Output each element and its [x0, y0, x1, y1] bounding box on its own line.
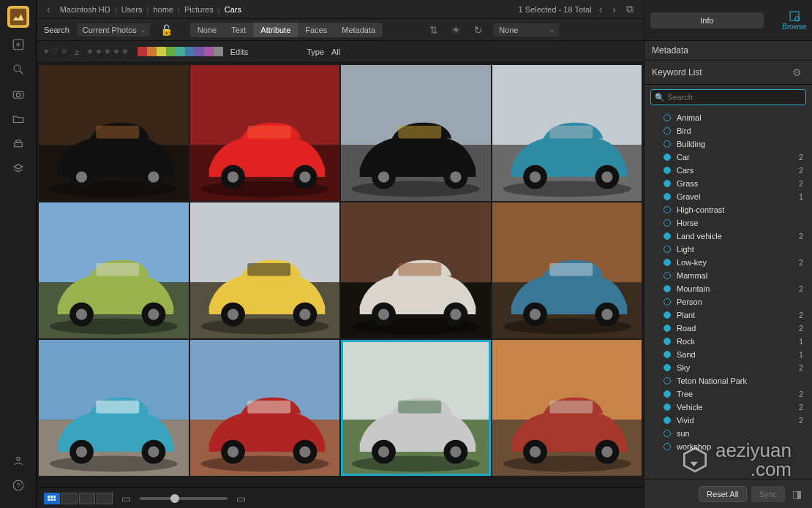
thumbnail[interactable] — [492, 65, 642, 201]
rating-gte-icon[interactable]: ≥ — [75, 48, 79, 56]
help-icon[interactable]: ? — [10, 477, 26, 493]
zoom-out-icon[interactable]: ▭ — [119, 491, 134, 506]
color-swatch[interactable] — [176, 47, 185, 56]
compare-view-button[interactable] — [97, 493, 113, 504]
grid-view-button[interactable] — [44, 493, 60, 504]
keyword-item[interactable]: Mammal — [661, 269, 806, 282]
keyword-item[interactable]: Sand1 — [661, 348, 806, 361]
keyword-item[interactable]: workshop — [661, 440, 806, 453]
metadata-section[interactable]: Metadata — [644, 41, 812, 61]
keyword-dot-icon — [663, 140, 671, 148]
keyword-item[interactable]: Grass2 — [661, 177, 806, 190]
add-icon[interactable] — [10, 37, 26, 53]
breadcrumb-item[interactable]: Users — [119, 5, 145, 14]
sync-button[interactable]: Sync — [751, 486, 785, 502]
next-icon[interactable]: › — [609, 2, 619, 17]
keyword-item[interactable]: Vivid2 — [661, 414, 806, 427]
keyword-item[interactable]: Low-key2 — [661, 256, 806, 269]
keyword-item[interactable]: Gravel1 — [661, 190, 806, 203]
keyword-item[interactable]: Sky2 — [661, 361, 806, 374]
keyword-item[interactable]: Horse — [661, 216, 806, 230]
color-swatch[interactable] — [147, 47, 157, 56]
search-icon[interactable] — [10, 61, 26, 77]
edits-dropdown[interactable]: Edits — [230, 48, 248, 56]
keyword-item[interactable]: Mountain2 — [661, 282, 806, 295]
keyword-item[interactable]: Plant2 — [661, 308, 806, 322]
user-icon[interactable] — [10, 452, 26, 469]
folder-icon[interactable] — [10, 111, 26, 127]
keyword-item[interactable]: Person — [661, 295, 806, 308]
breadcrumb-item[interactable]: Pictures — [182, 5, 216, 14]
keyword-item[interactable]: Road2 — [661, 322, 806, 335]
sort-icon[interactable]: ⇅ — [426, 23, 441, 37]
keyword-item[interactable]: Tree2 — [661, 387, 806, 401]
keyword-item[interactable]: Teton National Park — [661, 374, 806, 387]
filter-tab-metadata[interactable]: Metadata — [334, 23, 383, 37]
color-swatch[interactable] — [138, 47, 147, 56]
color-labels[interactable] — [138, 47, 223, 56]
color-swatch[interactable] — [195, 47, 204, 56]
stack-icon[interactable] — [10, 161, 26, 177]
filter-tab-none[interactable]: None — [190, 23, 224, 37]
type-dropdown[interactable]: All — [331, 48, 340, 56]
star-rating[interactable]: ★★★★★ — [86, 47, 130, 56]
refresh-icon[interactable]: ↻ — [471, 23, 486, 37]
filmstrip-view-button[interactable] — [61, 493, 78, 504]
keyword-item[interactable]: Land vehicle2 — [661, 230, 806, 243]
keyword-section-header[interactable]: Keyword List ⚙ — [644, 61, 812, 85]
filter-tab-faces[interactable]: Faces — [298, 23, 334, 37]
print-icon[interactable] — [10, 136, 26, 152]
reset-all-button[interactable]: Reset All — [699, 486, 746, 502]
thumbnail[interactable] — [190, 65, 340, 201]
keyword-item[interactable]: Vehicle2 — [661, 401, 806, 414]
single-view-button[interactable] — [79, 493, 95, 504]
keyword-item[interactable]: High-contrast — [661, 203, 806, 216]
keyword-search-input[interactable] — [650, 89, 806, 105]
keyword-item[interactable]: Rock1 — [661, 335, 806, 348]
zoom-in-icon[interactable]: ▭ — [233, 491, 249, 506]
search-scope-dropdown[interactable]: Current Photos — [77, 23, 150, 37]
thumbnail[interactable] — [190, 202, 340, 338]
info-tab[interactable]: Info — [650, 12, 764, 29]
panel-toggle-icon[interactable]: ◨ — [789, 487, 805, 501]
thumbnail[interactable] — [492, 202, 642, 338]
keyword-item[interactable]: Bird — [661, 124, 806, 137]
sort-dropdown[interactable]: None — [493, 23, 559, 37]
app-icon[interactable] — [7, 6, 29, 28]
lock-icon[interactable]: 🔓 — [157, 23, 176, 37]
back-icon[interactable]: ‹ — [44, 2, 53, 17]
thumbnail[interactable] — [341, 340, 491, 476]
color-swatch[interactable] — [166, 47, 176, 56]
thumbnail[interactable] — [190, 340, 340, 476]
keyword-item[interactable]: Light — [661, 243, 806, 256]
thumbnail[interactable] — [341, 65, 491, 201]
camera-icon[interactable] — [10, 86, 26, 102]
filter-tab-attribute[interactable]: Attribute — [253, 23, 298, 37]
thumbnail[interactable] — [39, 65, 189, 201]
prev-icon[interactable]: ‹ — [596, 2, 606, 17]
thumbnail-size-slider[interactable] — [140, 497, 228, 500]
svg-point-73 — [601, 308, 612, 319]
color-swatch[interactable] — [214, 47, 223, 56]
thumbnail[interactable] — [341, 202, 491, 338]
thumbnail[interactable] — [39, 202, 189, 338]
keyword-item[interactable]: Animal — [661, 111, 806, 124]
brightness-icon[interactable]: ☀ — [448, 23, 464, 37]
keyword-item[interactable]: Building — [661, 137, 806, 151]
breadcrumb-item[interactable]: Macintosh HD — [58, 5, 113, 14]
color-swatch[interactable] — [185, 47, 195, 56]
folder-up-icon[interactable]: ⧉ — [623, 1, 636, 17]
thumbnail[interactable] — [39, 340, 189, 476]
breadcrumb-item[interactable]: Cars — [222, 5, 244, 14]
keyword-item[interactable]: sun — [661, 427, 806, 440]
keyword-item[interactable]: Car2 — [661, 151, 806, 164]
favorite-icons[interactable]: ♥ ♡ ✕ — [44, 47, 67, 56]
gear-icon[interactable]: ⚙ — [789, 65, 805, 80]
color-swatch[interactable] — [204, 47, 214, 56]
color-swatch[interactable] — [157, 47, 166, 56]
browse-button[interactable]: Browse — [777, 7, 812, 34]
breadcrumb-item[interactable]: home — [151, 5, 176, 14]
filter-tab-text[interactable]: Text — [224, 23, 253, 37]
keyword-item[interactable]: Cars2 — [661, 164, 806, 177]
thumbnail[interactable] — [492, 340, 642, 476]
